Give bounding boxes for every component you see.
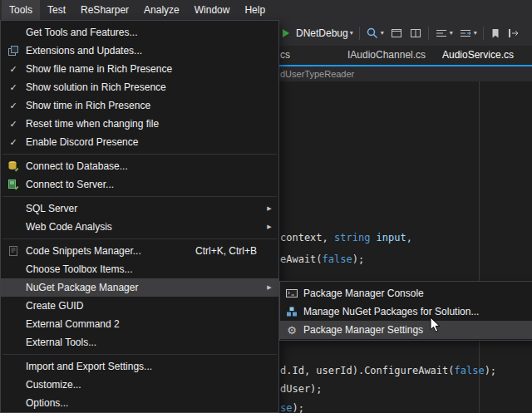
tab-audioservice[interactable]: AudioService.cs xyxy=(442,46,514,65)
menu-item-create-guid[interactable]: Create GUID xyxy=(1,297,278,315)
menu-bar: Tools Test ReSharper Analyze Window Help xyxy=(0,0,532,20)
menu-item-label: NuGet Package Manager xyxy=(26,282,260,293)
menu-item-choose-toolbox-items[interactable]: Choose Toolbox Items... xyxy=(1,260,278,278)
menu-item-label: Choose Toolbox Items... xyxy=(26,263,278,275)
checkmark-icon: ✓ xyxy=(1,137,26,148)
menu-item-external-command-2[interactable]: External Command 2 xyxy=(1,315,278,333)
visual-studio-window: Tools Test ReSharper Analyze Window Help… xyxy=(0,0,532,413)
menu-item-get-tools-and-features[interactable]: Get Tools and Features... xyxy=(1,23,278,42)
console-icon xyxy=(280,287,303,300)
code-text: context, xyxy=(280,232,334,243)
menu-item-reset-time[interactable]: ✓ Reset time when changing file xyxy=(1,115,278,133)
menu-separator xyxy=(2,154,277,155)
navigate-icon[interactable] xyxy=(507,27,520,40)
split-window-icon[interactable] xyxy=(409,27,422,40)
code-keyword: se xyxy=(280,402,292,413)
code-line: context, string input, xyxy=(280,232,412,243)
menu-item-label: Enable Discord Presence xyxy=(26,136,278,148)
code-text: ); xyxy=(352,253,364,265)
menu-separator xyxy=(2,196,277,197)
menu-item-shortcut: Ctrl+K, Ctrl+B xyxy=(195,245,257,257)
menubar-item-analyze[interactable]: Analyze xyxy=(136,0,187,20)
menu-item-label: External Command 2 xyxy=(26,318,278,330)
menu-item-label: Package Manager Console xyxy=(303,288,532,299)
menu-item-label: Package Manager Settings xyxy=(303,324,532,336)
menubar-item-test[interactable]: Test xyxy=(40,0,73,20)
menu-item-customize[interactable]: Customize... xyxy=(1,376,278,394)
server-icon xyxy=(1,178,26,191)
toolbar-separator xyxy=(359,27,360,40)
menu-item-label: Connect to Server... xyxy=(26,179,278,190)
database-icon xyxy=(1,160,26,173)
submenu-item-package-manager-settings[interactable]: ⚙ Package Manager Settings xyxy=(280,321,532,339)
menu-item-extensions-and-updates[interactable]: Extensions and Updates... xyxy=(1,42,278,60)
code-keyword: false xyxy=(323,253,352,265)
menu-item-web-code-analysis[interactable]: Web Code Analysis ▶ xyxy=(1,218,278,236)
debug-target-label: DNetDebug xyxy=(296,27,348,39)
submenu-item-package-manager-console[interactable]: Package Manager Console xyxy=(280,284,532,302)
chevron-down-icon: ▾ xyxy=(474,30,477,37)
gear-icon: ⚙ xyxy=(280,325,303,336)
menu-item-label: Show file name in Rich Presence xyxy=(26,63,278,75)
menu-separator xyxy=(2,238,277,239)
menubar-item-resharper[interactable]: ReSharper xyxy=(73,0,136,20)
menubar-item-help[interactable]: Help xyxy=(237,0,273,20)
magnifier-icon xyxy=(366,27,379,40)
menu-item-sql-server[interactable]: SQL Server ▶ xyxy=(1,199,278,218)
bookmark-icon[interactable] xyxy=(490,27,501,39)
tab-iaudiochannel[interactable]: IAudioChannel.cs xyxy=(347,46,426,65)
menu-item-label: Create GUID xyxy=(26,300,278,312)
menu-item-label: Manage NuGet Packages for Solution... xyxy=(303,306,532,317)
menu-item-label: Reset time when changing file xyxy=(26,118,278,130)
checkmark-icon: ✓ xyxy=(1,82,26,93)
snippets-icon xyxy=(1,244,26,258)
code-keyword: false xyxy=(455,365,485,376)
menu-item-label: Options... xyxy=(26,397,278,409)
checkmark-icon: ✓ xyxy=(1,101,26,111)
tools-menu: Get Tools and Features... Extensions and… xyxy=(0,20,279,413)
start-debug-icon[interactable] xyxy=(281,28,290,38)
submenu-item-manage-nuget-packages[interactable]: Manage NuGet Packages for Solution... xyxy=(280,302,532,321)
debug-target-selector[interactable]: DNetDebug ▾ xyxy=(296,27,353,39)
submenu-arrow-icon: ▶ xyxy=(260,224,278,230)
menu-item-label: Code Snippets Manager... xyxy=(26,245,195,257)
indent-tool-button[interactable]: ▾ xyxy=(435,27,453,40)
menu-item-show-file-name[interactable]: ✓ Show file name in Rich Presence xyxy=(1,60,278,78)
chevron-down-icon: ▾ xyxy=(350,30,353,37)
menu-item-label: Customize... xyxy=(26,379,278,391)
menubar-item-tools[interactable]: Tools xyxy=(2,0,40,20)
submenu-arrow-icon: ▶ xyxy=(260,205,278,212)
code-line: dUser); xyxy=(280,383,323,395)
menu-separator xyxy=(2,354,277,355)
code-line: d.Id, userId).ConfigureAwait(false); xyxy=(280,365,496,376)
checkmark-icon: ✓ xyxy=(1,64,26,75)
menu-item-show-time[interactable]: ✓ Show time in Rich Presence xyxy=(1,96,278,115)
menu-item-connect-to-database[interactable]: Connect to Database... xyxy=(1,157,278,175)
new-window-icon[interactable] xyxy=(390,27,403,40)
menu-item-show-solution[interactable]: ✓ Show solution in Rich Presence xyxy=(1,78,278,96)
tab-partial[interactable]: cs xyxy=(280,46,290,65)
format-tool-button[interactable]: ▾ xyxy=(459,27,477,40)
menu-item-label: Get Tools and Features... xyxy=(26,27,278,38)
menubar-item-window[interactable]: Window xyxy=(187,0,238,20)
code-text: d.Id, userId).ConfigureAwait( xyxy=(280,365,455,376)
menu-item-external-tools[interactable]: External Tools... xyxy=(1,333,278,352)
code-keyword: string xyxy=(334,232,370,243)
extensions-icon xyxy=(1,44,26,57)
chevron-down-icon: ▾ xyxy=(450,30,453,37)
chevron-down-icon: ▾ xyxy=(381,30,384,37)
code-text: ); xyxy=(292,402,303,413)
menu-item-enable-discord-presence[interactable]: ✓ Enable Discord Presence xyxy=(1,133,278,151)
menu-item-nuget-package-manager[interactable]: NuGet Package Manager ▶ xyxy=(1,278,278,297)
menu-item-code-snippets-manager[interactable]: Code Snippets Manager... Ctrl+K, Ctrl+B xyxy=(1,242,278,260)
checkmark-icon: ✓ xyxy=(1,119,26,130)
nav-member-label: dUserTypeReader xyxy=(280,66,354,81)
toolbar-separator xyxy=(483,27,484,40)
menu-item-label: SQL Server xyxy=(26,203,260,214)
attach-debugger-button[interactable]: ▾ xyxy=(366,27,384,40)
menu-item-import-export-settings[interactable]: Import and Export Settings... xyxy=(1,357,278,376)
menu-item-options[interactable]: Options... xyxy=(1,394,278,412)
menu-item-label: Connect to Database... xyxy=(26,160,278,172)
menu-item-connect-to-server[interactable]: Connect to Server... xyxy=(1,175,278,194)
menu-item-label: Extensions and Updates... xyxy=(26,45,278,57)
